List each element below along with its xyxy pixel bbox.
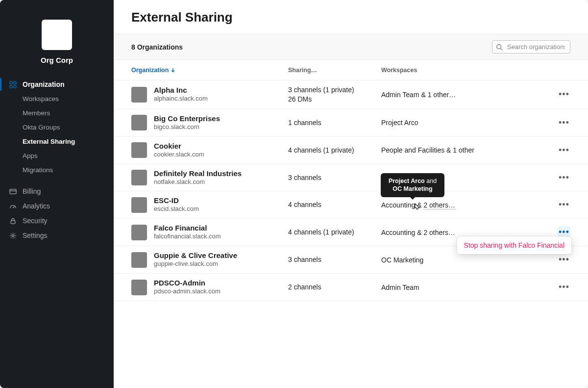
org-avatar	[131, 252, 147, 268]
org-domain: cookier.slack.com	[154, 151, 204, 159]
table-row: Cookier cookier.slack.com 4 channels (1 …	[114, 137, 588, 164]
nav-label: Analytics	[23, 202, 50, 210]
nav-settings[interactable]: Settings	[0, 228, 114, 243]
org-name[interactable]: Alpha Inc	[154, 86, 208, 95]
sharing-cell: 4 channels (1 private)	[288, 228, 381, 237]
org-domain: guppie-clive.slack.com	[154, 260, 237, 268]
org-logo	[42, 20, 72, 50]
context-menu-stop[interactable]: Stop sharing with Falco Financial	[464, 241, 564, 249]
org-domain: falcofinancial.slack.com	[154, 233, 221, 241]
nav-external-sharing[interactable]: External Sharing	[0, 134, 114, 149]
org-avatar	[131, 225, 147, 240]
svg-line-6	[13, 206, 14, 208]
context-menu: Stop sharing with Falco Financial	[457, 236, 571, 254]
col-header-sharing[interactable]: Sharing…	[288, 67, 381, 74]
main: External Sharing 8 Organizations Organiz…	[114, 0, 588, 388]
workspaces-cell: OC Marketing	[381, 256, 541, 264]
org-name[interactable]: Big Co Enterprises	[154, 114, 220, 123]
org-count: 8 Organizations	[131, 43, 183, 51]
page-title: External Sharing	[131, 10, 570, 25]
grid-icon	[9, 80, 17, 88]
org-name[interactable]: Cookier	[154, 142, 204, 151]
nav-migrations[interactable]: Migrations	[0, 163, 114, 177]
nav-analytics[interactable]: Analytics	[0, 199, 114, 213]
nav-apps[interactable]: Apps	[0, 149, 114, 163]
more-button[interactable]: •••	[558, 144, 570, 156]
col-header-workspaces[interactable]: Workspaces	[381, 67, 541, 74]
sharing-cell: 4 channels	[288, 200, 381, 209]
workspaces-cell: Admin Team & 1 other…	[381, 91, 541, 99]
workspaces-cell: Accounting & 2 others…	[381, 229, 541, 236]
table-row: ESC-ID escid.slack.com 4 channels Accoun…	[114, 191, 588, 219]
svg-rect-3	[13, 85, 16, 87]
svg-rect-4	[9, 189, 16, 193]
org-domain: alphainc.slack.com	[154, 95, 208, 103]
org-block: Org Corp	[0, 10, 114, 67]
nav-okta-groups[interactable]: Okta Groups	[0, 120, 114, 134]
nav-label: Billing	[23, 187, 41, 195]
tooltip: Project Arco and OC Marketing	[381, 173, 444, 198]
table-head: Organization Sharing… Workspaces	[114, 60, 588, 80]
sharing-cell: 1 channels	[288, 118, 381, 128]
table-row: PDSCO-Admin pdsco-admin.slack.com 2 chan…	[114, 274, 588, 301]
lock-icon	[9, 217, 17, 225]
more-button[interactable]: •••	[558, 199, 570, 211]
svg-point-8	[12, 234, 14, 236]
svg-rect-1	[13, 81, 16, 83]
org-avatar	[131, 170, 147, 185]
org-avatar	[131, 87, 147, 103]
org-name[interactable]: Guppie & Clive Creative	[154, 251, 237, 260]
nav-members[interactable]: Members	[0, 106, 114, 120]
nav-label: Security	[23, 217, 48, 225]
workspaces-cell: People and Facilities & 1 other	[381, 146, 541, 154]
table-row: Big Co Enterprises bigco.slack.com 1 cha…	[114, 109, 588, 137]
svg-point-9	[497, 44, 501, 49]
org-name[interactable]: PDSCO-Admin	[154, 279, 220, 287]
toolbar: 8 Organizations	[114, 34, 588, 60]
nav-workspaces[interactable]: Workspaces	[0, 92, 114, 106]
table-row: Definitely Real Industries notfake.slack…	[114, 164, 588, 192]
more-button[interactable]: •••	[558, 254, 570, 266]
org-domain: escid.slack.com	[154, 205, 199, 213]
sidebar-nav: Organization Workspaces Members Okta Gro…	[0, 77, 114, 243]
search-wrap	[492, 40, 570, 53]
org-avatar	[131, 142, 147, 158]
nav-label: Settings	[23, 232, 48, 239]
table-row: Alpha Inc alphainc.slack.com 3 channels …	[114, 80, 588, 109]
sharing-cell: 3 channels (1 private) 26 DMs	[288, 85, 381, 104]
col-header-organization[interactable]: Organization	[131, 67, 288, 74]
org-domain: bigco.slack.com	[154, 123, 220, 131]
header: External Sharing	[114, 0, 588, 34]
sort-arrow-down-icon	[171, 68, 175, 73]
org-domain: notfake.slack.com	[154, 178, 242, 186]
workspaces-cell: Admin Team	[381, 284, 541, 291]
table-row: Falco Financial falcofinancial.slack.com…	[114, 219, 588, 246]
org-name[interactable]: Definitely Real Industries	[154, 169, 242, 178]
svg-rect-7	[11, 220, 15, 224]
sharing-cell: 3 channels	[288, 173, 381, 182]
table: Organization Sharing… Workspaces Alpha I…	[114, 60, 588, 388]
more-button[interactable]: •••	[558, 116, 570, 129]
org-name[interactable]: Falco Financial	[154, 224, 221, 233]
org-domain: pdsco-admin.slack.com	[154, 287, 220, 296]
search-input[interactable]	[492, 40, 570, 53]
nav-organization[interactable]: Organization	[0, 77, 114, 92]
workspaces-cell: Accounting & 2 others…	[381, 201, 541, 209]
search-icon	[496, 44, 503, 51]
org-avatar	[131, 280, 147, 295]
org-avatar	[131, 197, 147, 213]
nav-billing[interactable]: Billing	[0, 184, 114, 199]
gauge-icon	[9, 202, 17, 210]
more-button[interactable]: •••	[558, 88, 570, 101]
workspaces-cell: Project Arco	[381, 119, 541, 127]
more-button[interactable]: •••	[558, 281, 570, 294]
org-name[interactable]: ESC-ID	[154, 196, 199, 205]
svg-rect-0	[9, 81, 12, 83]
org-name: Org Corp	[5, 56, 109, 64]
gear-icon	[9, 232, 17, 239]
more-button[interactable]: •••	[558, 171, 570, 184]
nav-security[interactable]: Security	[0, 213, 114, 228]
org-avatar	[131, 115, 147, 130]
sidebar: Org Corp Organization Workspaces Members…	[0, 0, 114, 388]
workspaces-others-link[interactable]: 2 others…	[423, 201, 455, 209]
